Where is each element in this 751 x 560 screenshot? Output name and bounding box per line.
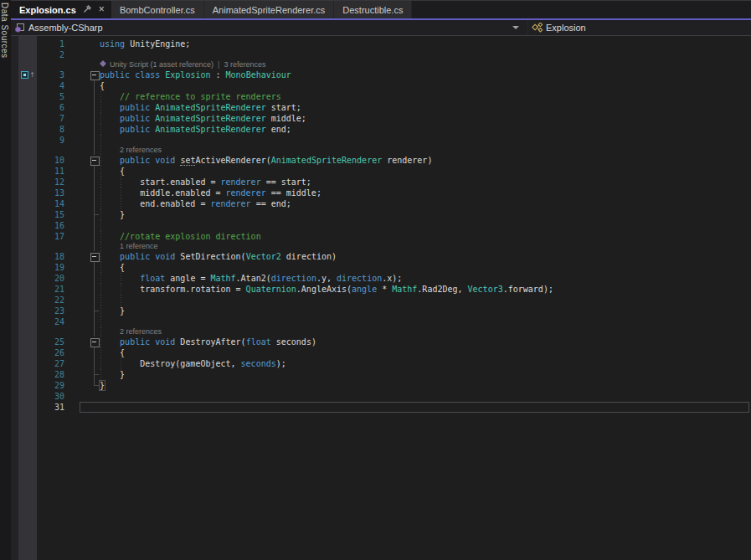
line-number: 16: [37, 220, 76, 231]
glyph-margin-cell[interactable]: [11, 166, 37, 177]
glyph-margin-cell[interactable]: [11, 102, 37, 113]
glyph-margin-cell[interactable]: [11, 327, 37, 337]
glyph-margin-cell[interactable]: [11, 231, 37, 242]
glyph-margin-cell[interactable]: [11, 369, 37, 380]
glyph-margin-cell[interactable]: ↑: [11, 69, 37, 80]
code-text[interactable]: start.enabled = renderer == start;: [98, 177, 751, 188]
code-text[interactable]: public class Explosion : MonoBehaviour: [98, 69, 751, 80]
type-dropdown[interactable]: Explosion: [527, 20, 751, 35]
glyph-margin-cell[interactable]: [11, 220, 37, 231]
code-line: 24: [11, 316, 751, 327]
tab-bombcontroller-cs[interactable]: BombController.cs: [111, 1, 204, 18]
glyph-margin-cell[interactable]: [11, 295, 37, 306]
close-icon[interactable]: ×: [97, 5, 106, 14]
indent-guide: [121, 284, 121, 295]
code-text[interactable]: }: [98, 209, 751, 220]
glyph-margin-cell[interactable]: [11, 284, 37, 295]
code-text[interactable]: // reference to sprite renderers: [98, 91, 751, 102]
codelens-text[interactable]: Unity Script (1 asset reference): [110, 60, 213, 69]
code-text[interactable]: {: [98, 262, 751, 273]
glyph-margin-cell[interactable]: [11, 155, 37, 166]
code-text[interactable]: public AnimatedSpriteRenderer middle;: [98, 113, 751, 124]
code-text[interactable]: Destroy(gameObject, seconds);: [98, 358, 751, 369]
code-editor[interactable]: 1using UnityEngine;2Unity Script (1 asse…: [11, 36, 751, 560]
code-text[interactable]: [98, 391, 751, 402]
code-line: 14 end.enabled = renderer == end;: [11, 198, 751, 209]
glyph-margin-cell[interactable]: [11, 146, 37, 155]
glyph-margin-cell[interactable]: [11, 391, 37, 402]
glyph-margin-cell[interactable]: [11, 124, 37, 135]
code-text[interactable]: public void setActiveRenderer(AnimatedSp…: [98, 155, 751, 166]
code-token: == start;: [261, 177, 311, 187]
codelens-text[interactable]: 2 references: [120, 327, 162, 337]
glyph-margin-cell[interactable]: [11, 198, 37, 209]
code-text[interactable]: public AnimatedSpriteRenderer start;: [98, 102, 751, 113]
codelens-references[interactable]: 3 references: [224, 60, 265, 69]
code-text[interactable]: [98, 402, 751, 413]
fold-collapse-box[interactable]: [76, 337, 98, 347]
glyph-margin-cell[interactable]: [11, 262, 37, 273]
code-text[interactable]: {: [98, 166, 751, 177]
code-text[interactable]: using UnityEngine;: [98, 39, 751, 49]
glyph-margin-cell[interactable]: [11, 80, 37, 91]
codelens-text[interactable]: 2 references: [120, 146, 162, 155]
outline-margin-cell: [76, 358, 98, 369]
line-number: 24: [37, 316, 76, 327]
fold-collapse-box[interactable]: [76, 251, 98, 262]
glyph-margin-cell[interactable]: [11, 49, 37, 60]
pin-icon[interactable]: [83, 4, 97, 15]
codelens-content[interactable]: 2 references: [98, 146, 751, 155]
code-text[interactable]: public void DestroyAfter(float seconds): [98, 337, 751, 347]
codelens-text[interactable]: 1 reference: [120, 242, 158, 251]
code-text[interactable]: }: [98, 306, 751, 316]
code-text[interactable]: end.enabled = renderer == end;: [98, 198, 751, 209]
fold-collapse-box[interactable]: [76, 69, 98, 80]
indent-guide: [121, 358, 121, 369]
project-dropdown[interactable]: Assembly-CSharp: [11, 20, 527, 35]
glyph-margin-cell[interactable]: [11, 39, 37, 49]
glyph-margin-cell[interactable]: [11, 177, 37, 188]
code-text[interactable]: [98, 220, 751, 231]
sidebar-tool-tab-data-sources[interactable]: Data Sources: [0, 0, 11, 560]
glyph-margin-cell[interactable]: [11, 188, 37, 198]
glyph-margin-cell[interactable]: [11, 358, 37, 369]
indent-guide: [100, 102, 101, 113]
code-text[interactable]: public AnimatedSpriteRenderer end;: [98, 124, 751, 135]
code-text[interactable]: [98, 135, 751, 146]
comment-token: //rotate explosion direction: [100, 232, 261, 241]
glyph-margin-cell[interactable]: [11, 337, 37, 347]
codelens-content[interactable]: 1 reference: [98, 242, 751, 251]
codelens-content[interactable]: 2 references: [98, 327, 751, 337]
code-text[interactable]: [98, 316, 751, 327]
code-text[interactable]: //rotate explosion direction: [98, 231, 751, 242]
glyph-margin-cell[interactable]: [11, 347, 37, 358]
code-text[interactable]: }: [98, 369, 751, 380]
glyph-margin-cell[interactable]: [11, 113, 37, 124]
glyph-margin-cell[interactable]: [11, 242, 37, 251]
tab-animatedspriterenderer-cs[interactable]: AnimatedSpriteRenderer.cs: [204, 1, 335, 18]
glyph-margin-cell[interactable]: [11, 273, 37, 284]
code-text[interactable]: }: [98, 380, 751, 391]
code-text[interactable]: middle.enabled = renderer == middle;: [98, 188, 751, 198]
glyph-margin-cell[interactable]: [11, 380, 37, 391]
code-text[interactable]: transform.rotation = Quaternion.AngleAxi…: [98, 284, 751, 295]
code-text[interactable]: [98, 295, 751, 306]
glyph-margin-cell[interactable]: [11, 60, 37, 69]
code-text[interactable]: public void SetDirection(Vector2 directi…: [98, 251, 751, 262]
tab-explosion-cs[interactable]: Explosion.cs×: [11, 1, 111, 18]
code-text[interactable]: float angle = Mathf.Atan2(direction.y, d…: [98, 273, 751, 284]
glyph-margin-cell[interactable]: [11, 209, 37, 220]
line-number: 1: [37, 39, 76, 49]
code-text[interactable]: {: [98, 347, 751, 358]
glyph-margin-cell[interactable]: [11, 316, 37, 327]
code-text[interactable]: {: [98, 80, 751, 91]
glyph-margin-cell[interactable]: [11, 306, 37, 316]
glyph-margin-cell[interactable]: [11, 402, 37, 413]
glyph-margin-cell[interactable]: [11, 91, 37, 102]
codelens-content[interactable]: Unity Script (1 asset reference)|3 refer…: [98, 60, 751, 69]
code-text[interactable]: [98, 49, 751, 60]
glyph-margin-cell[interactable]: [11, 135, 37, 146]
tab-destructible-cs[interactable]: Destructible.cs: [334, 1, 412, 18]
glyph-margin-cell[interactable]: [11, 251, 37, 262]
fold-collapse-box[interactable]: [76, 155, 98, 166]
